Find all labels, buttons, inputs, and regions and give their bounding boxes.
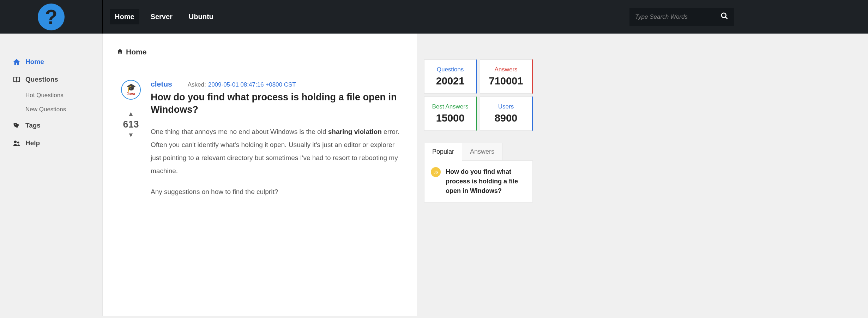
- list-item[interactable]: JS How do you find what process is holdi…: [431, 167, 526, 196]
- vote-column: 🎓 Java ▲ 613 ▼: [117, 80, 145, 206]
- body-strong: sharing violation: [328, 128, 382, 135]
- sidebar: Home Questions Hot Questions New Questio…: [0, 34, 102, 316]
- body-text: One thing that annoys me no end about Wi…: [151, 128, 328, 135]
- stat-value: 15000: [428, 112, 472, 124]
- sidebar-item-questions[interactable]: Questions: [0, 71, 102, 88]
- tag-icon: [13, 122, 21, 129]
- sidebar-item-tags[interactable]: Tags: [0, 117, 102, 134]
- search-input[interactable]: [635, 13, 721, 20]
- sidebar-sub-hot-questions[interactable]: Hot Questions: [0, 88, 102, 102]
- stat-users: Users 8900: [480, 96, 533, 131]
- sidebar-item-help[interactable]: Help: [0, 134, 102, 152]
- question-meta: cletus Asked: 2009-05-01 08:47:16 +0800 …: [151, 80, 403, 88]
- nav-home[interactable]: Home: [110, 9, 139, 24]
- body-text: Any suggestions on how to find the culpr…: [151, 185, 403, 198]
- book-icon: [13, 76, 21, 83]
- right-sidebar: Questions 20021 Answers 710001 Best Answ…: [417, 34, 537, 316]
- main-content: Home 🎓 Java ▲ 613 ▼ cletus Asked: 2009-0: [102, 34, 417, 316]
- sidebar-sub-new-questions[interactable]: New Questions: [0, 102, 102, 117]
- stat-value: 710001: [484, 75, 528, 87]
- home-icon: [13, 58, 21, 66]
- question-content: cletus Asked: 2009-05-01 08:47:16 +0800 …: [145, 80, 403, 206]
- sidebar-item-label: Questions: [25, 76, 58, 83]
- svg-point-5: [17, 141, 19, 143]
- question-title: How do you find what process is holding …: [151, 91, 403, 116]
- stat-answers: Answers 710001: [480, 59, 533, 94]
- svg-point-3: [15, 124, 16, 125]
- author-link[interactable]: cletus: [151, 80, 172, 88]
- stat-value: 8900: [484, 112, 528, 124]
- author-avatar[interactable]: 🎓 Java: [121, 80, 141, 100]
- avatar-content: 🎓 Java: [126, 84, 136, 96]
- question-area: 🎓 Java ▲ 613 ▼ cletus Asked: 2009-05-01 …: [103, 67, 417, 219]
- stat-label: Answers: [484, 66, 528, 73]
- search-icon[interactable]: [721, 12, 728, 22]
- tab-popular[interactable]: Popular: [424, 143, 462, 160]
- stats-grid: Questions 20021 Answers 710001 Best Answ…: [424, 59, 533, 131]
- home-icon: [117, 48, 123, 56]
- breadcrumb-label: Home: [126, 48, 146, 56]
- tabs: Popular Answers: [424, 143, 533, 161]
- stat-label: Users: [484, 103, 528, 110]
- stat-best-answers: Best Answers 15000: [424, 96, 477, 131]
- stat-label: Questions: [428, 66, 472, 73]
- users-icon: [13, 139, 21, 147]
- js-icon: JS: [431, 167, 441, 177]
- vote-count: 613: [123, 119, 139, 130]
- popular-list: JS How do you find what process is holdi…: [424, 161, 533, 202]
- asked-label: Asked:: [188, 81, 206, 88]
- breadcrumb: Home: [103, 34, 417, 67]
- asked-time: 2009-05-01 08:47:16 +0800 CST: [208, 81, 296, 88]
- downvote-button[interactable]: ▼: [128, 131, 134, 139]
- nav-ubuntu[interactable]: Ubuntu: [184, 9, 218, 24]
- top-nav: Home Server Ubuntu: [102, 0, 868, 34]
- tab-answers[interactable]: Answers: [462, 143, 502, 160]
- sidebar-item-label: Help: [25, 139, 40, 147]
- sidebar-item-label: Home: [25, 58, 44, 66]
- upvote-button[interactable]: ▲: [128, 110, 134, 118]
- search-box[interactable]: [629, 8, 734, 26]
- popular-item-title: How do you find what process is holding …: [446, 167, 526, 196]
- stat-value: 20021: [428, 75, 472, 87]
- svg-point-0: [722, 13, 726, 17]
- svg-point-4: [14, 141, 17, 143]
- svg-line-1: [725, 17, 728, 19]
- nav-server[interactable]: Server: [146, 9, 177, 24]
- question-body: One thing that annoys me no end about Wi…: [151, 125, 403, 198]
- sidebar-item-label: Tags: [25, 122, 41, 129]
- stat-questions: Questions 20021: [424, 59, 477, 94]
- logo-icon[interactable]: ?: [38, 4, 65, 30]
- sidebar-item-home[interactable]: Home: [0, 53, 102, 71]
- stat-label: Best Answers: [428, 103, 472, 110]
- body: Home Questions Hot Questions New Questio…: [0, 34, 868, 316]
- top-header: ? Home Server Ubuntu: [0, 0, 868, 34]
- logo-area: ?: [0, 4, 102, 30]
